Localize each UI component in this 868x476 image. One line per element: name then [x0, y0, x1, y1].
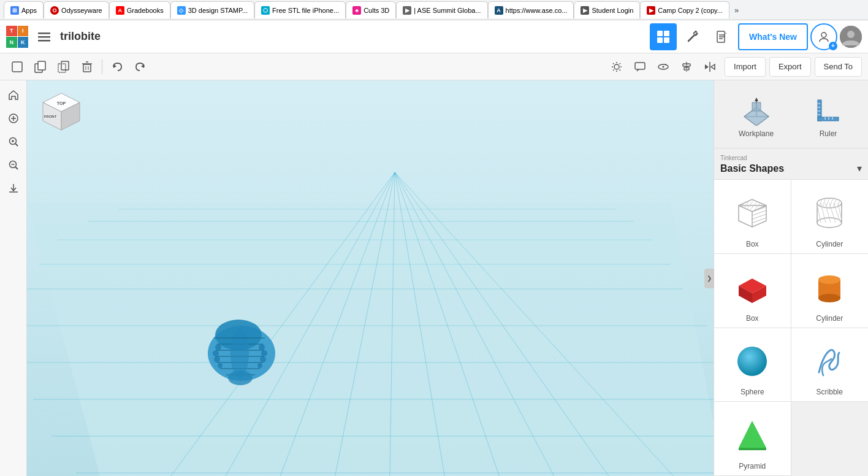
- tab-camp-favicon: ▶: [647, 6, 655, 15]
- fit-view-button[interactable]: [4, 109, 23, 128]
- left-sidebar: [0, 80, 27, 476]
- shape-cylinder-wireframe[interactable]: Cylinder: [791, 180, 869, 254]
- zoom-in-button[interactable]: [4, 132, 23, 152]
- import-button[interactable]: Import: [725, 57, 766, 77]
- zoom-out-button[interactable]: [4, 155, 23, 175]
- tab-student[interactable]: ▶ Student Login: [574, 1, 640, 18]
- tab-stl-favicon: ⬡: [261, 6, 270, 15]
- mirror-button[interactable]: [699, 56, 721, 78]
- tab-ody-label: Odysseyware: [61, 7, 102, 14]
- svg-rect-20: [83, 64, 91, 72]
- copy-all-button[interactable]: [29, 56, 51, 78]
- avatar-image: [840, 26, 862, 48]
- tab-3d-favicon: ◇: [177, 6, 186, 15]
- more-tabs-button[interactable]: »: [729, 1, 744, 18]
- tab-cults3d[interactable]: ♣ Cults 3D: [346, 1, 396, 18]
- pickaxe-button[interactable]: [679, 23, 706, 50]
- view360-button[interactable]: [652, 56, 674, 78]
- tab-stl-label: Free STL file iPhone...: [272, 7, 339, 14]
- send-to-button[interactable]: Send To: [815, 57, 862, 77]
- toolbar-separator-1: [102, 60, 102, 74]
- tab-odysseyware[interactable]: O Odysseyware: [44, 1, 109, 18]
- shapes-dropdown-value: Basic Shapes: [720, 163, 784, 174]
- svg-rect-112: [752, 102, 761, 111]
- panel-collapse-button[interactable]: ❯: [704, 269, 714, 288]
- shape-sphere[interactable]: Sphere: [714, 328, 791, 402]
- mirror-icon: [704, 61, 716, 73]
- svg-rect-6: [664, 37, 669, 43]
- shape-scribble[interactable]: Scribble: [791, 328, 869, 402]
- align-icon: [680, 61, 693, 73]
- tab-ase1-label: | ASE Summit Globa...: [414, 7, 481, 14]
- perspective-cube[interactable]: TOP FRONT: [37, 90, 86, 139]
- tab-gradebooks[interactable]: A Gradebooks: [109, 1, 170, 18]
- whats-new-button[interactable]: What's New: [738, 23, 808, 50]
- undo-icon: [111, 61, 123, 73]
- svg-line-33: [620, 69, 621, 71]
- viewport[interactable]: TOP FRONT: [27, 80, 714, 476]
- download-view-button[interactable]: [4, 178, 23, 198]
- svg-point-89: [230, 329, 249, 378]
- tab-ase1-favicon: ▶: [403, 6, 411, 15]
- menu-button[interactable]: [34, 27, 54, 47]
- svg-marker-26: [141, 64, 144, 68]
- shape-pyramid[interactable]: Pyramid: [714, 402, 791, 476]
- tab-ase1[interactable]: ▶ | ASE Summit Globa...: [396, 1, 487, 18]
- home-view-icon: [8, 90, 19, 101]
- tab-ase2[interactable]: A https://www.ase.co...: [488, 1, 574, 18]
- svg-marker-111: [755, 98, 758, 101]
- shape-cylinder-solid[interactable]: Cylinder: [791, 254, 869, 328]
- new-icon: [11, 61, 23, 73]
- tab-apps-label: Apps: [21, 7, 37, 14]
- svg-point-163: [737, 347, 767, 376]
- tab-camp[interactable]: ▶ Camp Copy 2 (copy...: [640, 1, 729, 18]
- workplane-label: Workplane: [739, 129, 774, 138]
- tinkercad-logo: T I N K: [6, 26, 28, 48]
- svg-point-98: [257, 363, 262, 368]
- light-button[interactable]: [606, 56, 628, 78]
- ruler-button[interactable]: Ruler: [805, 90, 851, 143]
- redo-button[interactable]: [129, 56, 151, 78]
- main-area: TOP FRONT ❯: [0, 80, 868, 476]
- user-icon: [818, 31, 830, 43]
- box-wireframe-icon: [731, 192, 774, 235]
- workplane-button[interactable]: Workplane: [731, 90, 781, 143]
- svg-text:TOP: TOP: [57, 101, 66, 106]
- toolbar: Import Export Send To: [0, 53, 868, 80]
- tab-ase2-label: https://www.ase.co...: [506, 7, 568, 14]
- add-user-button[interactable]: [810, 23, 837, 50]
- cylinder-solid-icon: [808, 266, 851, 309]
- shape-box-wireframe[interactable]: Box: [714, 180, 791, 254]
- align-button[interactable]: [676, 56, 698, 78]
- duplicate-icon: [58, 61, 70, 73]
- comment-button[interactable]: [629, 56, 651, 78]
- undo-button[interactable]: [106, 56, 128, 78]
- tab-grade-label: Gradebooks: [127, 7, 164, 14]
- svg-point-162: [818, 294, 840, 302]
- logo-i: I: [18, 26, 29, 37]
- grid-view-button[interactable]: [650, 23, 677, 50]
- file-button[interactable]: [709, 23, 736, 50]
- tab-camp-label: Camp Copy 2 (copy...: [658, 7, 723, 14]
- home-view-button[interactable]: [4, 85, 23, 105]
- collapse-icon: ❯: [707, 275, 712, 282]
- svg-point-91: [215, 344, 221, 350]
- pickaxe-icon: [686, 30, 699, 44]
- svg-line-49: [15, 144, 18, 146]
- new-button[interactable]: [6, 56, 28, 78]
- tab-3ddesign[interactable]: ◇ 3D design STAMP...: [170, 1, 254, 18]
- user-avatar[interactable]: [840, 26, 862, 48]
- duplicate-button[interactable]: [53, 56, 75, 78]
- svg-line-35: [613, 69, 614, 71]
- shapes-dropdown[interactable]: Basic Shapes ▾: [720, 163, 862, 174]
- svg-point-94: [218, 363, 223, 368]
- tab-freestl[interactable]: ⬡ Free STL file iPhone...: [254, 1, 346, 18]
- tab-ase2-favicon: A: [495, 6, 503, 15]
- export-button[interactable]: Export: [769, 57, 811, 77]
- svg-rect-36: [635, 63, 645, 69]
- tab-apps[interactable]: ⊞ Apps: [4, 1, 44, 18]
- delete-button[interactable]: [76, 56, 98, 78]
- file-icon: [715, 30, 729, 44]
- shape-box-solid[interactable]: Box: [714, 254, 791, 328]
- comment-icon: [634, 61, 646, 73]
